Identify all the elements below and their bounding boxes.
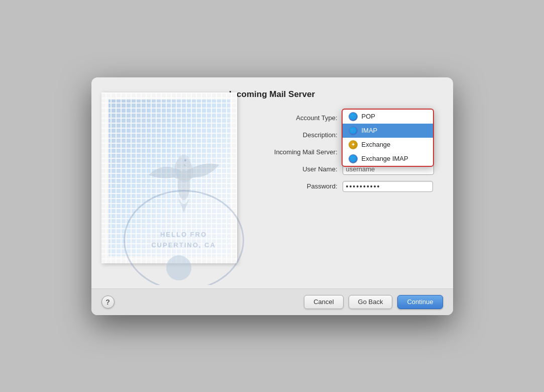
description-label: Description: [252, 131, 343, 139]
account-type-dropdown-wrapper: IMAP ▼ 🌐 POP 🌐 IMAP ✦ Exchange [343, 113, 433, 124]
password-label: Password: [252, 182, 343, 190]
password-input-display[interactable]: •••••••••• [343, 181, 433, 192]
footer-right: Cancel Go Back Continue [304, 295, 443, 309]
password-row: Password: •••••••••• [252, 181, 433, 192]
incoming-mail-server-dialog: HELLO FRO CUPERTINO, CA Incoming Mail Se… [91, 77, 453, 315]
help-button[interactable]: ? [101, 296, 115, 309]
go-back-button[interactable]: Go Back [349, 295, 393, 309]
incoming-server-label: Incoming Mail Server: [252, 148, 343, 156]
account-type-label: Account Type: [252, 114, 343, 122]
pop-icon: 🌐 [349, 112, 358, 121]
dropdown-option-exchange[interactable]: ✦ Exchange [343, 138, 433, 152]
account-type-row: Account Type: IMAP ▼ 🌐 POP 🌐 IMAP [252, 113, 433, 124]
cancel-button[interactable]: Cancel [304, 295, 343, 309]
imap-icon: 🌐 [349, 126, 358, 135]
dropdown-option-exchange-imap[interactable]: 🌐 Exchange IMAP [343, 152, 433, 166]
exchange-imap-icon: 🌐 [349, 154, 358, 163]
continue-button[interactable]: Continue [397, 295, 443, 309]
dropdown-option-imap[interactable]: 🌐 IMAP [343, 124, 433, 138]
dialog-footer: ? Cancel Go Back Continue [91, 288, 453, 315]
dialog-title: Incoming Mail Server [91, 77, 453, 108]
account-type-dropdown-popup: 🌐 POP 🌐 IMAP ✦ Exchange 🌐 Exchange IMAP [342, 109, 434, 167]
username-label: User Name: [252, 165, 343, 173]
footer-left: ? [101, 296, 115, 309]
dropdown-option-pop[interactable]: 🌐 POP [343, 110, 433, 124]
exchange-icon: ✦ [349, 140, 358, 149]
dialog-body: Account Type: IMAP ▼ 🌐 POP 🌐 IMAP [91, 108, 453, 288]
